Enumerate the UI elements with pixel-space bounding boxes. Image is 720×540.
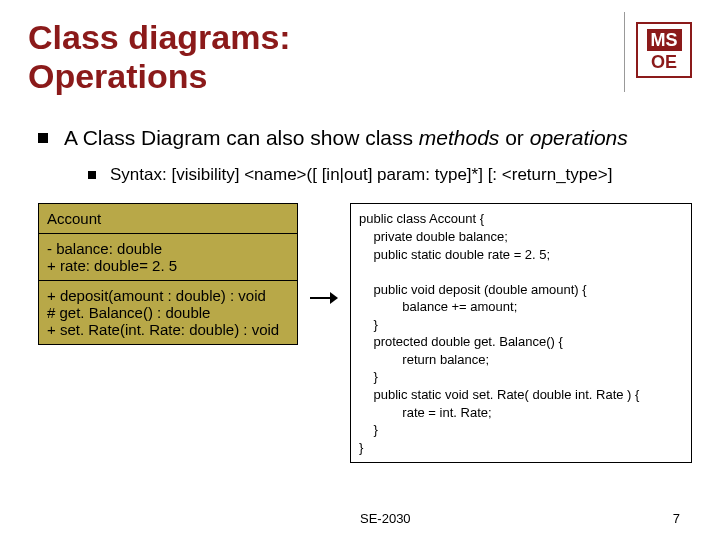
square-bullet-icon [38, 133, 48, 143]
uml-class-box: Account - balance: double + rate: double… [38, 203, 298, 345]
syntax-text: Syntax: [visibility] <name>([ [in|out] p… [110, 165, 612, 185]
header-separator [624, 12, 625, 92]
page-number: 7 [673, 511, 680, 526]
bullet1-prefix: A Class Diagram can also show class [64, 126, 419, 149]
slide-title: Class diagrams:Operations [28, 18, 291, 96]
bullet1-text: A Class Diagram can also show class meth… [64, 124, 628, 151]
java-code-block: public class Account { private double ba… [350, 203, 692, 463]
bullet-level1: A Class Diagram can also show class meth… [38, 124, 692, 151]
bullet1-mid: or [499, 126, 529, 149]
logo-top: MS [647, 29, 682, 51]
bullet1-em2: operations [530, 126, 628, 149]
uml-class-name: Account [39, 204, 297, 234]
course-code: SE-2030 [360, 511, 411, 526]
logo-bottom: OE [651, 53, 677, 71]
bullet1-em1: methods [419, 126, 500, 149]
uml-attributes: - balance: double + rate: double= 2. 5 [39, 234, 297, 281]
msoe-logo: MS OE [636, 22, 692, 78]
arrow-right-icon [310, 292, 338, 304]
bullet-level2: Syntax: [visibility] <name>([ [in|out] p… [88, 165, 692, 185]
uml-operations: + deposit(amount : double) : void # get.… [39, 281, 297, 344]
slide-footer: SE-2030 7 [0, 511, 720, 526]
square-bullet-icon [88, 171, 96, 179]
